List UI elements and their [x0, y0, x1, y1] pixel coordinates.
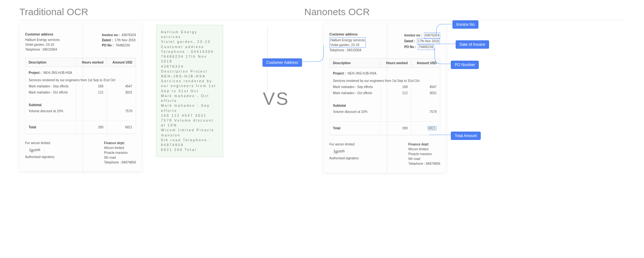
- finance-line: Telephone : 84874858: [104, 160, 136, 165]
- highlight-total-amount: 6821: [428, 126, 437, 130]
- th-amount: Amount USD: [107, 58, 136, 67]
- th-amount: Amount USD: [411, 59, 440, 68]
- highlight-po-no: 76486234: [418, 44, 434, 50]
- tag-date: Date of Invoice: [456, 40, 489, 49]
- subtotal-label: Subtotal: [25, 102, 76, 108]
- invoice-no-label: Invoice no :: [102, 33, 120, 37]
- row-desc: Mark mahadeo - Sep efforts: [25, 83, 76, 89]
- total-amount: 6821: [107, 121, 136, 134]
- highlight-invoice-no: 43876324: [424, 33, 440, 38]
- addr-line: Violet garden, 23-10: [330, 43, 365, 47]
- invoice-card-left: Customer address Hallium Energy services…: [19, 24, 142, 171]
- tag-invoice-no: Invoice No: [452, 20, 478, 29]
- addr-line: Hallium Energy services: [330, 38, 365, 43]
- dated-label: Dated :: [102, 38, 113, 42]
- vs-label: VS: [248, 88, 304, 109]
- th-description: Description: [330, 59, 381, 68]
- finance-line: Pinacle mansion: [104, 150, 136, 155]
- signature-box: fgorm: [25, 147, 44, 153]
- comparison-headings: Traditional OCR Nanonets OCR: [19, 6, 625, 20]
- project-value: NEH-JNS-HJB-HSA: [43, 71, 72, 74]
- project-label: Project :: [333, 72, 346, 75]
- paper-fold: [386, 24, 388, 173]
- project-value: NEH-JNS-HJB-HSA: [348, 72, 376, 75]
- heading-nanonets: Nanonets OCR: [304, 6, 625, 17]
- paper-fold: [82, 24, 84, 171]
- addr-line: Hallium Energy services: [25, 37, 60, 42]
- addr-line: Telephone : 04519304: [329, 48, 366, 53]
- dated-label: Dated :: [404, 39, 415, 43]
- signature-icon: fgorm: [29, 147, 40, 153]
- total-label: Total: [330, 121, 381, 135]
- project-desc: Services rendered by our engineers from …: [25, 77, 136, 83]
- finance-title: Finance dept:: [408, 143, 429, 146]
- row-hours: 112: [380, 90, 411, 96]
- addr-line: Telephone : 04519304: [25, 47, 60, 52]
- discount-value: 7578: [107, 108, 136, 114]
- signature-icon: fgorm: [333, 148, 345, 154]
- finance-title: Finance dept:: [104, 141, 125, 145]
- for-line: For wicom limited: [25, 141, 54, 145]
- po-no-label: PO No :: [102, 44, 114, 47]
- row-amount: 3031: [107, 89, 136, 95]
- customer-address-title: Customer address: [329, 33, 366, 36]
- for-line: For wicom limited: [329, 142, 359, 147]
- discount-label: Volume discount at 10%: [330, 109, 381, 115]
- finance-line: 5th road: [408, 156, 440, 161]
- discount-label: Volume discount at 10%: [25, 108, 76, 114]
- row-desc: Mark mahadeo - Oct efforts: [330, 90, 381, 96]
- th-description: Description: [25, 58, 76, 67]
- finance-line: Pinacle mansion: [408, 152, 440, 156]
- nanonets-column: Customer address Hallium Energy services…: [304, 24, 530, 173]
- tag-customer-address: Customer Address: [262, 58, 302, 67]
- total-hours: 280: [76, 121, 107, 134]
- dated-value: 17th Nov 2018: [115, 38, 136, 42]
- finance-line: 5th road: [104, 155, 136, 160]
- row-hours: 112: [76, 89, 107, 95]
- customer-address-title: Customer address: [25, 33, 60, 36]
- th-hours: Hours worked: [76, 58, 107, 67]
- heading-traditional: Traditional OCR: [19, 6, 304, 17]
- row-desc: Mark mahadeo - Sep efforts: [330, 84, 381, 90]
- row-amount: 4547: [411, 84, 440, 90]
- row-amount: 3031: [411, 90, 440, 96]
- total-hours: 280: [380, 121, 411, 135]
- auth-signatory: Authorised signatory: [25, 154, 54, 159]
- discount-value: 7578: [411, 109, 440, 115]
- highlight-customer-address: Hallium Energy services Violet garden, 2…: [329, 37, 366, 48]
- finance-line: Telephone : 84874858: [408, 161, 440, 166]
- subtotal-label: Subtotal: [330, 103, 381, 109]
- tag-total-amount: Total Amount: [451, 132, 481, 140]
- project-label: Project :: [29, 71, 42, 74]
- po-no-label: PO No :: [404, 45, 416, 49]
- highlight-dated: 17th Nov 2018: [417, 38, 440, 44]
- traditional-column: Customer address Hallium Energy services…: [19, 24, 248, 171]
- signature-box: fgorm: [329, 148, 349, 154]
- row-amount: 4547: [107, 83, 136, 89]
- auth-signatory: Authorised signatory: [329, 156, 359, 161]
- th-hours: Hours worked: [380, 59, 411, 68]
- raw-ocr-output: Hallium Energy services Violet garden, 2…: [156, 25, 223, 157]
- row-hours: 168: [76, 83, 107, 89]
- addr-line: Violet garden, 23-10: [25, 42, 60, 47]
- finance-line: Wicom limited: [408, 147, 440, 152]
- invoice-card-right: Customer address Hallium Energy services…: [324, 24, 446, 173]
- total-label: Total: [25, 121, 76, 134]
- invoice-no-label: Invoice no :: [404, 34, 422, 37]
- invoice-no-value: 43876324: [122, 33, 136, 37]
- row-hours: 168: [380, 84, 411, 90]
- finance-line: Wicom limited: [104, 145, 136, 150]
- row-desc: Mark mahadeo - Oct efforts: [25, 89, 76, 95]
- tag-po-number: PO Number: [451, 61, 479, 69]
- project-desc: Services rendered by our engineers from …: [330, 78, 440, 84]
- po-no-value: 76486234: [116, 44, 130, 47]
- line-items-table: Description Hours worked Amount USD Proj…: [329, 58, 440, 135]
- connector-line: [431, 48, 528, 96]
- line-items-table: Description Hours worked Amount USD Proj…: [25, 58, 136, 134]
